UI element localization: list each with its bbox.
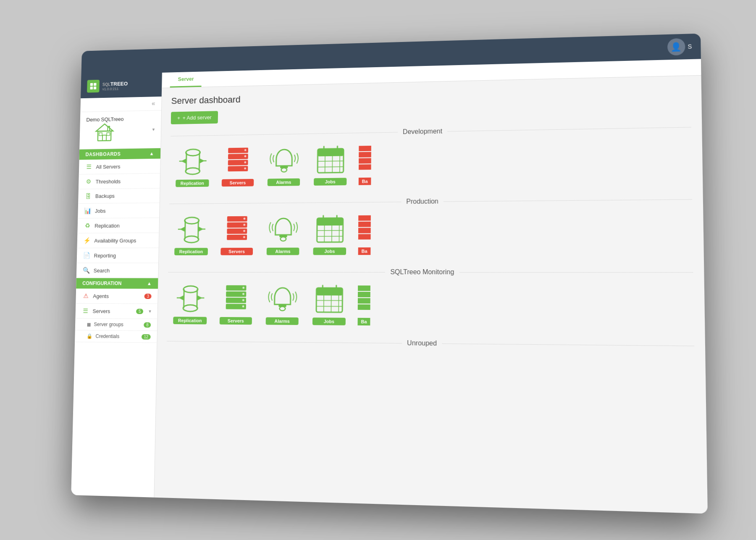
group-name-ungrouped: Unrouped [407, 339, 437, 347]
sidebar: SQLTREEO v1.0.0:211 « Demo SQLTreeo [71, 73, 162, 498]
card-label-prod-servers: Servers [220, 248, 253, 255]
svg-rect-68 [358, 215, 371, 221]
card-label-mon-backups: Ba [357, 318, 370, 325]
card-prod-jobs[interactable]: Jobs [311, 212, 349, 255]
card-mon-alarms[interactable]: Alarms [264, 283, 301, 325]
svg-point-11 [185, 168, 200, 175]
org-selector[interactable]: Demo SQLTreeo [79, 110, 161, 149]
tab-server[interactable]: Server [170, 72, 202, 88]
svg-rect-99 [357, 286, 370, 291]
sidebar-item-thresholds[interactable]: ⚙ Thresholds [79, 173, 160, 189]
card-mon-jobs[interactable]: Jobs [310, 283, 348, 325]
card-label-dev-backups: Ba [359, 177, 371, 185]
svg-rect-6 [102, 135, 106, 141]
main-content: Server Server dashboard + + Add server D… [154, 59, 708, 514]
card-prod-servers[interactable]: Servers [218, 213, 255, 255]
card-label-mon-replication: Replication [173, 317, 207, 324]
card-dev-backups[interactable]: Ba [359, 143, 371, 185]
server-group-development: Development [170, 123, 692, 194]
org-house-icon [93, 122, 116, 142]
svg-rect-3 [94, 87, 97, 89]
card-dev-replication[interactable]: Replication [174, 145, 211, 187]
search-icon: 🔍 [83, 267, 90, 274]
sidebar-item-all-servers[interactable]: ☰ All Servers [79, 159, 160, 175]
jobs-icon-mon [310, 283, 348, 316]
card-label-dev-servers: Servers [222, 179, 254, 186]
sidebar-item-replication[interactable]: ♻ Replication [77, 218, 159, 233]
servers-expand-icon: ▾ [149, 308, 151, 314]
dashboards-section-header: Dashboards ▲ [79, 148, 161, 160]
card-mon-backups[interactable]: Ba [357, 283, 370, 325]
alarms-icon-mon [264, 283, 301, 316]
card-prod-replication[interactable]: Replication [173, 214, 210, 255]
plus-icon: + [177, 115, 180, 121]
card-prod-backups[interactable]: Ba [358, 212, 371, 255]
servers-icon: ☰ [81, 307, 89, 315]
alarms-icon-prod [265, 213, 302, 246]
sidebar-item-availability-groups[interactable]: ⚡ Availability Groups [77, 233, 159, 248]
group-divider-production: Production [169, 195, 692, 207]
user-avatar[interactable]: 👤 [667, 38, 685, 55]
grid-icon: ☰ [85, 163, 92, 170]
svg-rect-69 [358, 222, 371, 227]
card-label-mon-servers: Servers [220, 317, 252, 325]
card-mon-servers[interactable]: Servers [218, 282, 255, 325]
share-icon: ⚡ [83, 237, 90, 244]
sidebar-item-credentials[interactable]: 🔒 Credentials 12 [75, 330, 157, 343]
servers-icon-dev [220, 144, 256, 178]
card-prod-alarms[interactable]: Alarms [265, 213, 302, 255]
svg-rect-60 [317, 218, 343, 225]
replication-icon-dev [175, 145, 211, 178]
card-dev-servers[interactable]: Servers [220, 144, 256, 186]
report-icon: 📄 [83, 252, 90, 259]
page-title: Server dashboard [171, 84, 691, 106]
server-cards-monitoring: Replication [167, 282, 694, 335]
database-icon: 🗄 [84, 193, 92, 199]
card-label-prod-alarms: Alarms [267, 248, 299, 255]
card-mon-replication[interactable]: Replication [172, 282, 208, 324]
replication-icon-prod [173, 214, 210, 246]
svg-point-42 [184, 236, 198, 243]
svg-rect-100 [357, 292, 370, 297]
backups-icon-dev [359, 143, 371, 176]
jobs-icon-prod [311, 212, 349, 246]
servers-icon-prod [219, 213, 255, 246]
org-name: Demo SQLTreeo [86, 116, 123, 123]
add-server-button[interactable]: + + Add server [171, 111, 218, 124]
app-body: SQLTREEO v1.0.0:211 « Demo SQLTreeo [71, 59, 708, 514]
sidebar-item-backups[interactable]: 🗄 Backups [78, 189, 160, 204]
alert-icon: ⚠ [82, 292, 89, 299]
server-cards-development: Replication [170, 138, 692, 194]
svg-rect-102 [357, 304, 370, 310]
sidebar-collapse-button[interactable]: « [80, 97, 161, 112]
svg-rect-2 [90, 87, 93, 89]
configuration-section-header: Configuration ▲ [76, 278, 158, 288]
sidebar-item-agents[interactable]: ⚠ Agents 3 [76, 288, 158, 304]
alarms-icon-dev [265, 144, 302, 177]
replication-icon-mon [172, 282, 209, 315]
jobs-icon-dev [312, 143, 349, 177]
card-dev-jobs[interactable]: Jobs [312, 143, 349, 186]
sidebar-item-jobs[interactable]: 📊 Jobs [78, 203, 160, 218]
credentials-badge: 12 [142, 334, 151, 339]
svg-point-89 [279, 307, 285, 311]
card-dev-alarms[interactable]: Alarms [265, 144, 302, 186]
chart-icon: 📊 [84, 207, 91, 214]
svg-point-10 [186, 149, 200, 156]
svg-point-73 [183, 305, 197, 312]
content-area: Server dashboard + + Add server Developm… [154, 76, 708, 514]
user-initial: S [688, 43, 692, 50]
card-label-mon-jobs: Jobs [312, 317, 346, 325]
sidebar-item-servers[interactable]: ☰ Servers 5 ▾ [75, 304, 158, 319]
svg-rect-38 [359, 152, 371, 157]
server-group-monitoring: SQLTreeo Monitoring [167, 268, 694, 335]
sidebar-item-reporting[interactable]: 📄 Reporting [77, 248, 159, 263]
sidebar-item-search[interactable]: 🔍 Search [76, 263, 158, 278]
sidebar-item-server-groups[interactable]: ▦ Server groups 8 [75, 319, 158, 331]
group-divider-ungrouped: Unrouped [167, 337, 694, 350]
backups-icon-prod [358, 212, 371, 246]
svg-marker-4 [96, 124, 113, 131]
gauge-icon: ⚙ [85, 178, 92, 185]
replication-icon: ♻ [84, 222, 91, 229]
group-name-development: Development [403, 128, 442, 136]
